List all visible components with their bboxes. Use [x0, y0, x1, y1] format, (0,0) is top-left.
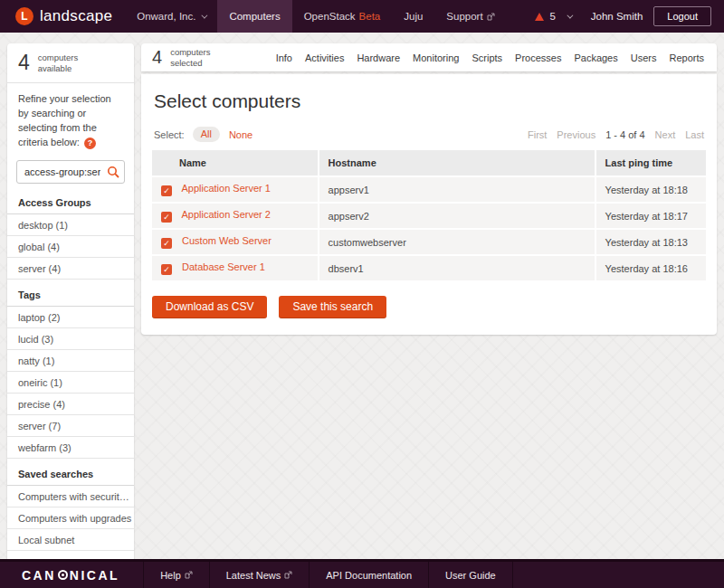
column-header-name[interactable]: Name	[152, 150, 319, 176]
computers-available-count: 4 computers available	[7, 43, 134, 83]
nav-openstack[interactable]: OpenStack Beta	[292, 0, 393, 33]
footer-link-user-guide[interactable]: User Guide	[428, 562, 513, 588]
footer-link-help-label: Help	[160, 570, 181, 581]
computer-link[interactable]: Application Server 1	[181, 183, 270, 194]
hostname-cell: customwebserver	[319, 229, 595, 255]
last-ping-cell: Yesterday at 18:16	[595, 255, 706, 281]
computer-link[interactable]: Database Server 1	[182, 261, 265, 272]
sidebar-item-desktop[interactable]: desktop (1)	[7, 214, 134, 236]
footer: CAN NICAL Help Latest News API Documenta…	[0, 559, 724, 588]
footer-link-api-documentation[interactable]: API Documentation	[309, 562, 428, 588]
selected-count-label-line1: computers	[170, 47, 210, 57]
footer-link-api-documentation-label: API Documentation	[326, 570, 412, 581]
sidebar-item-saved-local-subnet[interactable]: Local subnet	[7, 529, 134, 551]
pagination-last[interactable]: Last	[685, 129, 704, 140]
sidebar-item-saved-upgrades[interactable]: Computers with upgrades	[7, 507, 134, 529]
table-row: ✓ Database Server 1 dbserv1 Yesterday at…	[152, 255, 706, 281]
tab-info[interactable]: Info	[276, 52, 292, 63]
selected-count-number: 4	[152, 47, 162, 68]
org-name: Onward, Inc.	[137, 11, 195, 22]
row-checkbox[interactable]: ✓	[161, 212, 172, 223]
tab-monitoring[interactable]: Monitoring	[413, 52, 459, 63]
section-tabs: Info Activities Hardware Monitoring Scri…	[276, 52, 704, 63]
row-checkbox[interactable]: ✓	[161, 185, 172, 196]
column-header-hostname[interactable]: Hostname	[319, 150, 595, 176]
sidebar-item-tag-oneiric[interactable]: oneiric (1)	[7, 372, 134, 394]
help-icon[interactable]: ?	[84, 138, 96, 149]
search-icon[interactable]	[107, 166, 119, 178]
computers-table: Name Hostname Last ping time ✓ Applicati…	[152, 150, 706, 282]
nav-juju[interactable]: Juju	[392, 0, 434, 33]
external-link-icon	[487, 13, 495, 21]
available-count-label-line1: computers	[38, 52, 78, 62]
table-row: ✓ Application Server 2 appserv2 Yesterda…	[152, 203, 706, 229]
logout-button[interactable]: Logout	[653, 6, 711, 26]
computer-link[interactable]: Application Server 2	[181, 209, 270, 220]
tab-scripts[interactable]: Scripts	[472, 52, 502, 63]
pagination-first[interactable]: First	[528, 129, 547, 140]
page-title: Select computers	[154, 90, 706, 112]
tab-packages[interactable]: Packages	[574, 52, 617, 63]
available-count-number: 4	[18, 51, 30, 75]
tab-processes[interactable]: Processes	[515, 52, 561, 63]
alerts-indicator[interactable]: 5	[526, 0, 579, 33]
name-cell: ✓ Application Server 1	[152, 176, 319, 203]
computer-link[interactable]: Custom Web Server	[182, 235, 272, 246]
sidebar: 4 computers available Refine your select…	[7, 43, 134, 562]
last-ping-cell: Yesterday at 18:18	[595, 176, 706, 203]
sidebar-item-tag-webfarm[interactable]: webfarm (3)	[7, 437, 134, 459]
refine-hint-text: Refine your selection by searching or se…	[18, 93, 111, 147]
sidebar-item-saved-security[interactable]: Computers with securit…	[7, 486, 134, 507]
topbar-spacer	[507, 0, 527, 33]
landscape-logo[interactable]: L landscape	[0, 0, 125, 33]
footer-link-help[interactable]: Help	[143, 562, 209, 588]
select-none-button[interactable]: None	[229, 129, 252, 140]
sidebar-item-tag-lucid[interactable]: lucid (3)	[7, 328, 134, 350]
chevron-down-icon	[202, 12, 208, 18]
org-selector[interactable]: Onward, Inc.	[125, 0, 217, 33]
sidebar-item-tag-server[interactable]: server (7)	[7, 415, 134, 437]
available-count-label: computers available	[38, 52, 78, 73]
tab-reports[interactable]: Reports	[669, 52, 704, 63]
section-title-tags: Tags	[7, 280, 134, 307]
pagination: First Previous 1 - 4 of 4 Next Last	[528, 129, 704, 140]
pagination-next[interactable]: Next	[655, 129, 676, 140]
save-search-button[interactable]: Save this search	[279, 296, 386, 318]
select-label: Select:	[154, 129, 185, 140]
tab-hardware[interactable]: Hardware	[357, 52, 400, 63]
computers-selected-count: 4 computers selected	[152, 47, 210, 68]
tab-users[interactable]: Users	[631, 52, 657, 63]
nav-support-label: Support	[446, 11, 482, 22]
sidebar-item-global[interactable]: global (4)	[7, 236, 134, 258]
pagination-range: 1 - 4 of 4	[605, 129, 644, 140]
top-navigation-bar: L landscape Onward, Inc. Computers OpenS…	[0, 0, 724, 33]
actions-bar: Download as CSV Save this search	[152, 296, 706, 318]
canonical-logo-prefix: CAN	[22, 568, 56, 583]
table-row: ✓ Application Server 1 appserv1 Yesterda…	[152, 176, 706, 203]
sidebar-item-tag-precise[interactable]: precise (4)	[7, 394, 134, 415]
download-csv-button[interactable]: Download as CSV	[152, 296, 267, 318]
nav-computers[interactable]: Computers	[217, 0, 291, 33]
tab-activities[interactable]: Activities	[305, 52, 344, 63]
row-checkbox[interactable]: ✓	[161, 264, 172, 275]
warning-icon	[535, 13, 544, 21]
select-all-button[interactable]: All	[193, 127, 220, 142]
sidebar-item-server-group[interactable]: server (4)	[7, 258, 134, 280]
column-header-last-ping[interactable]: Last ping time	[595, 150, 706, 176]
canonical-logo[interactable]: CAN NICAL	[0, 562, 143, 588]
hostname-cell: dbserv1	[319, 255, 595, 281]
selected-count-label: computers selected	[170, 47, 210, 68]
table-row: ✓ Custom Web Server customwebserver Yest…	[152, 229, 706, 255]
nav-support[interactable]: Support	[434, 0, 506, 33]
sidebar-item-tag-laptop[interactable]: laptop (2)	[7, 307, 134, 328]
footer-link-latest-news[interactable]: Latest News	[209, 562, 310, 588]
canonical-logo-suffix: NICAL	[70, 568, 119, 583]
hostname-cell: appserv2	[319, 203, 595, 229]
external-link-icon	[185, 571, 193, 579]
row-checkbox[interactable]: ✓	[161, 238, 172, 249]
beta-badge: Beta	[359, 11, 381, 22]
user-name: John Smith	[580, 0, 654, 33]
sidebar-item-tag-natty[interactable]: natty (1)	[7, 350, 134, 372]
search-box	[16, 160, 125, 184]
pagination-previous[interactable]: Previous	[557, 129, 595, 140]
